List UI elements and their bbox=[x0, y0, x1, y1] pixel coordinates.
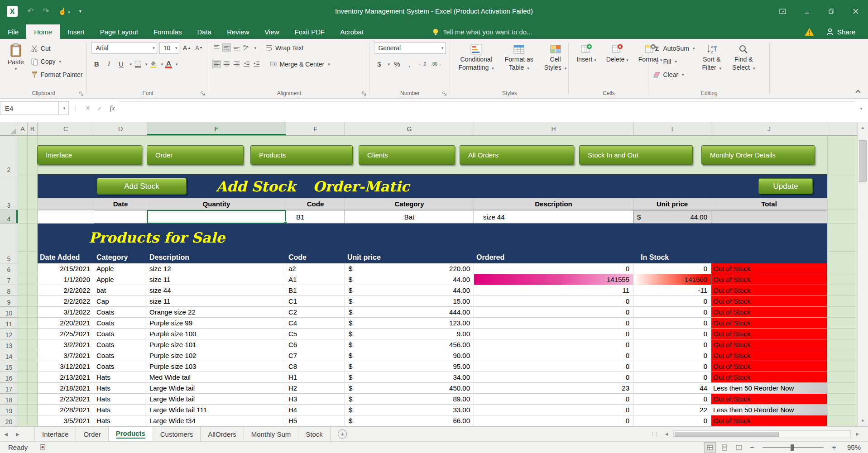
cell-unit-price[interactable]: $456.00 bbox=[345, 339, 474, 350]
sheet-scroll-right-icon[interactable]: ▶ bbox=[12, 427, 24, 441]
update-button[interactable]: Update bbox=[758, 178, 813, 194]
row-header[interactable]: 11 bbox=[0, 318, 18, 329]
row-header[interactable]: 7 bbox=[0, 274, 18, 285]
date-input-cell[interactable] bbox=[94, 210, 147, 224]
column-header[interactable]: B bbox=[28, 122, 38, 135]
enter-icon[interactable]: ✓ bbox=[94, 105, 106, 112]
cell-stock-status[interactable]: Out of Stock bbox=[711, 339, 827, 350]
row-header[interactable]: 9 bbox=[0, 296, 18, 307]
cell-date-added[interactable]: 2/20/2021 bbox=[38, 318, 94, 329]
cell-description[interactable]: Large Wide tail 111 bbox=[147, 405, 286, 415]
borders-button[interactable] bbox=[134, 60, 142, 68]
cell-description[interactable]: Large Wide tail bbox=[147, 394, 286, 405]
accounting-format-button[interactable]: $ bbox=[374, 59, 384, 70]
scroll-left-icon[interactable]: ◀ bbox=[662, 429, 671, 439]
merge-center-button[interactable]: Merge & Center▾ bbox=[269, 59, 330, 70]
expand-formula-bar-icon[interactable]: ▾ bbox=[854, 106, 868, 111]
row-header[interactable]: 2 bbox=[0, 136, 18, 174]
cell-ordered[interactable]: 0 bbox=[474, 296, 633, 307]
column-header[interactable]: H bbox=[474, 122, 633, 135]
cell-code[interactable]: H5 bbox=[286, 415, 345, 426]
vertical-scrollbar[interactable]: ▲ ▼ bbox=[857, 122, 868, 426]
sheet-nav-button[interactable]: Stock In and Out bbox=[579, 145, 693, 165]
sheet-tab[interactable]: Stock bbox=[298, 427, 331, 441]
column-header[interactable]: E bbox=[147, 122, 286, 135]
undo-icon[interactable]: ↶ bbox=[27, 6, 34, 16]
row-header[interactable]: 12 bbox=[0, 329, 18, 339]
decrease-indent-button[interactable] bbox=[243, 60, 250, 68]
cell-unit-price[interactable]: $33.00 bbox=[345, 405, 474, 415]
cell-ordered[interactable]: 0 bbox=[474, 263, 633, 274]
sheet-scroll-left-icon[interactable]: ◀ bbox=[0, 427, 12, 441]
row-header[interactable]: 8 bbox=[0, 285, 18, 296]
ribbon-tab[interactable]: Insert bbox=[60, 24, 92, 39]
right-empty-cells-area[interactable] bbox=[827, 136, 857, 426]
cell-category[interactable]: Apple bbox=[94, 263, 147, 274]
cell-unit-price[interactable]: $450.00 bbox=[345, 383, 474, 394]
row-header[interactable]: 6 bbox=[0, 263, 18, 274]
cell-ordered[interactable]: 0 bbox=[474, 372, 633, 383]
cell-code[interactable]: A1 bbox=[286, 274, 345, 285]
cell-ordered[interactable]: 0 bbox=[474, 361, 633, 372]
cell-date-added[interactable]: 2/2/2022 bbox=[38, 296, 94, 307]
cell-ordered[interactable]: 0 bbox=[474, 318, 633, 329]
cell-stock-status[interactable]: Out of Stock bbox=[711, 415, 827, 426]
cell-in-stock[interactable]: 0 bbox=[633, 415, 711, 426]
columns-a-b-area[interactable] bbox=[18, 136, 38, 426]
cell-in-stock[interactable]: 0 bbox=[633, 329, 711, 339]
select-all-corner[interactable] bbox=[0, 122, 18, 135]
cell-unit-price[interactable]: $44.00 bbox=[345, 285, 474, 296]
table-header-cell[interactable]: Description bbox=[147, 252, 286, 263]
cell-category[interactable]: Cap bbox=[94, 296, 147, 307]
ribbon-tab[interactable]: Acrobat bbox=[332, 24, 371, 39]
cell-date-added[interactable]: 3/1/2022 bbox=[38, 307, 94, 318]
name-box-dropdown[interactable]: ▾ bbox=[59, 101, 69, 115]
cell-in-stock[interactable]: 0 bbox=[633, 372, 711, 383]
wrap-text-button[interactable]: Wrap Text bbox=[265, 43, 304, 53]
cell-unit-price[interactable]: $90.00 bbox=[345, 350, 474, 361]
form-header-cell[interactable]: Total bbox=[711, 198, 827, 210]
form-header-cell[interactable]: Code bbox=[286, 198, 345, 210]
column-header[interactable]: G bbox=[345, 122, 474, 135]
macro-record-icon[interactable] bbox=[39, 444, 46, 451]
restore-button[interactable] bbox=[819, 0, 844, 22]
cell-ordered[interactable]: 0 bbox=[474, 339, 633, 350]
cell-stock-status[interactable]: Less then 50 Reorder Now bbox=[711, 383, 827, 394]
cell-description[interactable]: size 44 bbox=[147, 285, 286, 296]
sheet-nav-button[interactable]: All Orders bbox=[460, 145, 574, 165]
fill-color-button[interactable] bbox=[149, 60, 157, 68]
column-header[interactable]: I bbox=[633, 122, 711, 135]
ribbon-tab[interactable]: Foxit PDF bbox=[287, 24, 333, 39]
cell-date-added[interactable]: 3/7/2021 bbox=[38, 350, 94, 361]
cell-category[interactable]: Coats bbox=[94, 361, 147, 372]
row-header[interactable]: 5 bbox=[0, 224, 18, 263]
form-header-cell[interactable]: Description bbox=[474, 198, 633, 210]
cell-in-stock[interactable]: 0 bbox=[633, 361, 711, 372]
tab-splitter-handle[interactable]: ⋮⋮ bbox=[648, 431, 660, 437]
cell-unit-price[interactable]: $89.00 bbox=[345, 394, 474, 405]
orientation-dropdown[interactable]: ▾ bbox=[254, 46, 256, 50]
format-as-table-button[interactable]: Format as Table ▾ bbox=[501, 42, 537, 87]
cell-description[interactable]: Purple size 101 bbox=[147, 339, 286, 350]
cell-code[interactable]: C7 bbox=[286, 350, 345, 361]
format-painter-button[interactable]: Format Painter bbox=[31, 69, 83, 80]
percent-style-button[interactable]: % bbox=[392, 59, 402, 70]
increase-indent-button[interactable] bbox=[253, 60, 260, 68]
minimize-button[interactable] bbox=[795, 0, 819, 22]
cell-code[interactable]: H3 bbox=[286, 394, 345, 405]
row-header[interactable]: 4 bbox=[0, 210, 18, 224]
table-header-cell[interactable]: Code bbox=[286, 252, 345, 263]
row-header[interactable]: 19 bbox=[0, 405, 18, 415]
add-stock-button[interactable]: Add Stock bbox=[97, 178, 187, 195]
column-header[interactable]: C bbox=[38, 122, 94, 135]
cell-date-added[interactable]: 2/18/2021 bbox=[38, 383, 94, 394]
sheet-tab[interactable]: Customers bbox=[153, 427, 201, 441]
cell-stock-status[interactable]: Out of Stock bbox=[711, 285, 827, 296]
cell-code[interactable]: H4 bbox=[286, 405, 345, 415]
cell-unit-price[interactable]: $44.00 bbox=[345, 274, 474, 285]
table-header-cell[interactable]: Unit price bbox=[345, 252, 474, 263]
cell-date-added[interactable]: 2/28/2021 bbox=[38, 405, 94, 415]
font-color-button[interactable]: A bbox=[165, 60, 172, 68]
excel-logo-icon[interactable]: X bbox=[6, 5, 18, 17]
cell-description[interactable]: Large Wide tail bbox=[147, 383, 286, 394]
